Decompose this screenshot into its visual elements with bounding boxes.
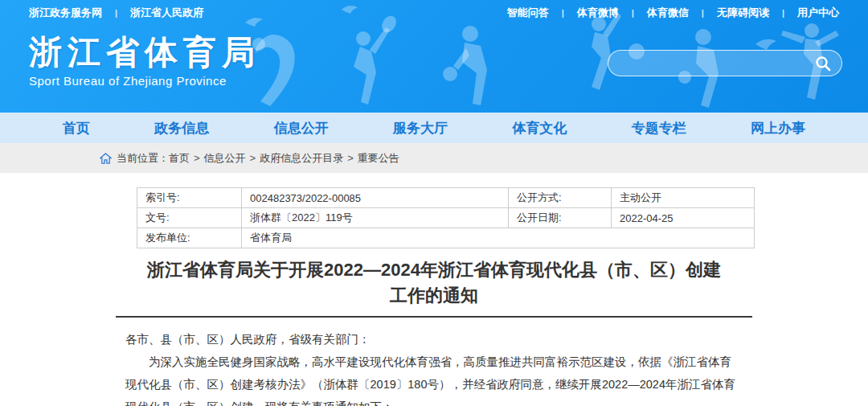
- link-zhejiang-gov-service[interactable]: 浙江政务服务网: [29, 6, 102, 20]
- nav-item-sport-culture[interactable]: 体育文化: [512, 119, 567, 137]
- topbar-left-links: 浙江政务服务网 | 浙江省人民政府: [29, 6, 203, 20]
- breadcrumb-separator: >: [194, 152, 200, 164]
- main-content: 索引号: 002482373/2022-00085 公开方式: 主动公开 文号:…: [0, 173, 868, 406]
- top-utility-bar: 浙江政务服务网 | 浙江省人民政府 智能问答 | 体育微博 | 体育微信 | 无…: [0, 0, 868, 26]
- nav-item-info-disclosure[interactable]: 信息公开: [274, 119, 329, 137]
- main-navigation: 首页 政务信息 信息公开 服务大厅 体育文化 专题专栏 网上办事: [0, 113, 868, 143]
- home-icon: [100, 153, 112, 164]
- title-divider: [116, 316, 752, 318]
- link-accessibility-reading[interactable]: 无障碍阅读: [717, 6, 769, 20]
- divider: |: [632, 8, 634, 18]
- link-smart-qa[interactable]: 智能问答: [507, 6, 549, 20]
- nav-item-online-services[interactable]: 网上办事: [751, 119, 805, 137]
- topbar-right-links: 智能问答 | 体育微博 | 体育微信 | 无障碍阅读 | 用户中心: [507, 6, 839, 20]
- page-title: 浙江省体育局关于开展2022—2024年浙江省体育现代化县（市、区）创建工作的通…: [116, 257, 752, 309]
- meta-value-document-number: 浙体群〔2022〕119号: [242, 208, 509, 228]
- site-header: 浙江政务服务网 | 浙江省人民政府 智能问答 | 体育微博 | 体育微信 | 无…: [0, 0, 868, 113]
- link-user-center[interactable]: 用户中心: [797, 6, 839, 20]
- table-row: 发布单位: 省体育局: [137, 228, 755, 248]
- breadcrumb-important-notices[interactable]: 重要公告: [358, 151, 399, 166]
- breadcrumb-separator: >: [250, 152, 256, 164]
- nav-item-government-info[interactable]: 政务信息: [154, 119, 209, 137]
- meta-label-disclosure-date: 公开日期:: [509, 208, 612, 228]
- meta-label-document-number: 文号:: [137, 208, 242, 228]
- search-input[interactable]: [618, 51, 814, 76]
- breadcrumb-separator: >: [347, 152, 354, 164]
- article-paragraph: 为深入实施全民健身国家战略，高水平建设现代化体育强省，高质量推进共同富裕示范区建…: [125, 351, 743, 406]
- breadcrumb-disclosure-catalog[interactable]: 政府信息公开目录: [260, 151, 343, 166]
- meta-label-index-number: 索引号:: [137, 188, 242, 208]
- document-meta-table: 索引号: 002482373/2022-00085 公开方式: 主动公开 文号:…: [137, 187, 755, 248]
- meta-value-disclosure-date: 2022-04-25: [612, 208, 755, 228]
- breadcrumb-label: 当前位置：: [117, 151, 169, 166]
- meta-value-issuing-unit: 省体育局: [242, 228, 755, 248]
- search-box[interactable]: [608, 50, 842, 76]
- nav-item-home[interactable]: 首页: [63, 119, 90, 137]
- search-icon[interactable]: [814, 55, 832, 72]
- notice-article: 浙江省体育局关于开展2022—2024年浙江省体育现代化县（市、区）创建工作的通…: [116, 257, 752, 406]
- table-row: 文号: 浙体群〔2022〕119号 公开日期: 2022-04-25: [137, 208, 755, 228]
- meta-label-issuing-unit: 发布单位:: [137, 228, 242, 248]
- meta-label-disclosure-method: 公开方式:: [509, 188, 612, 208]
- link-sport-wechat[interactable]: 体育微信: [647, 6, 689, 20]
- breadcrumb-info-disclosure[interactable]: 信息公开: [204, 151, 246, 166]
- article-salutation: 各市、县（市、区）人民政府，省级有关部门：: [125, 328, 743, 351]
- divider: |: [702, 8, 704, 18]
- meta-value-index-number: 002482373/2022-00085: [242, 188, 509, 208]
- nav-item-special-topics[interactable]: 专题专栏: [632, 119, 686, 137]
- table-row: 索引号: 002482373/2022-00085 公开方式: 主动公开: [137, 188, 755, 208]
- article-body: 各市、县（市、区）人民政府，省级有关部门： 为深入实施全民健身国家战略，高水平建…: [116, 328, 752, 406]
- breadcrumb: 当前位置： 首页 > 信息公开 > 政府信息公开目录 > 重要公告: [0, 143, 868, 173]
- link-zhejiang-provincial-gov[interactable]: 浙江省人民政府: [130, 6, 203, 20]
- divider: |: [562, 8, 564, 18]
- nav-item-service-hall[interactable]: 服务大厅: [393, 119, 448, 137]
- divider: |: [782, 8, 784, 18]
- breadcrumb-home[interactable]: 首页: [169, 151, 190, 166]
- link-sport-weibo[interactable]: 体育微博: [577, 6, 619, 20]
- meta-value-disclosure-method: 主动公开: [612, 188, 755, 208]
- divider: |: [115, 8, 117, 18]
